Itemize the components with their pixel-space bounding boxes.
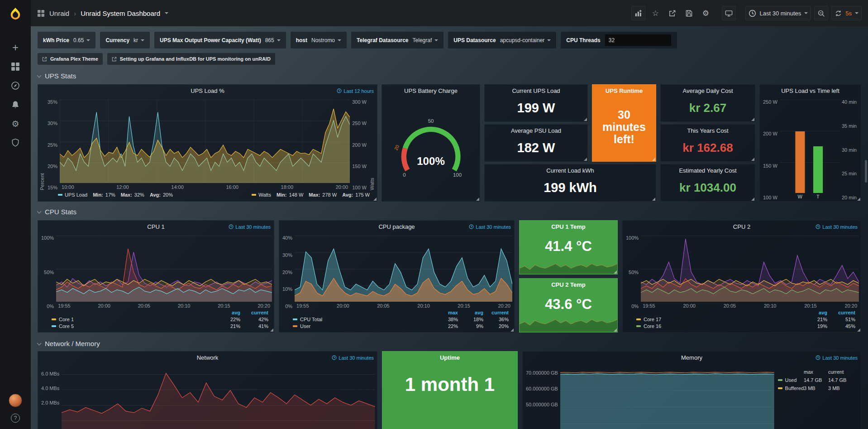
panel-title[interactable]: Current Load kWh [546,167,594,174]
stat-value: 199 W [485,97,587,121]
sidebar-item-explore[interactable] [0,76,31,95]
panel-title[interactable]: Uptime [440,354,460,361]
add-panel-button[interactable] [631,6,645,20]
panel-title[interactable]: CPU package [378,223,415,230]
bell-icon [11,100,20,109]
scrollbar-thumb[interactable] [865,160,867,183]
panel-title[interactable]: This Years Cost [687,127,728,134]
series-name[interactable]: CPU Total [293,317,433,322]
clock-icon [337,88,342,93]
panel-memory: Memory Last 30 minutes 70.000000 GB60.00… [522,351,861,429]
row-header-cpu-stats[interactable]: CPU Stats [38,208,861,216]
panel-title[interactable]: CPU 2 Temp [551,281,586,288]
row-header-ups-stats[interactable]: UPS Stats [38,72,861,80]
legend-column-header[interactable]: current [483,310,509,315]
panel-title[interactable]: Estimated Yearly Cost [679,167,736,174]
series-name[interactable]: Core 17 [636,317,799,322]
panel-title[interactable]: Network [197,354,219,361]
series-name[interactable]: User [293,323,433,329]
user-avatar[interactable] [9,394,22,407]
link-grafana-plex-theme[interactable]: Grafana Plex Theme [38,53,103,65]
axis-tick: 19:55 [643,303,655,309]
variable-value-dropdown[interactable]: 865 [265,37,281,43]
save-dashboard-button[interactable] [682,6,696,20]
create-button[interactable]: + [0,38,31,57]
legend-column-header[interactable]: current [240,310,268,315]
dashboard-settings-button[interactable]: ⚙ [699,6,712,20]
series-name[interactable]: Buffered [778,386,804,391]
axis-tick: 0% [626,304,639,309]
star-dashboard-button[interactable]: ☆ [649,6,662,20]
legend-column-header[interactable]: max [804,369,828,375]
series-swatch [636,318,641,320]
panel-title[interactable]: CPU 1 [147,223,164,230]
refresh-picker[interactable]: 5s [831,6,862,20]
panel-title[interactable]: Average Daily Cost [682,87,733,94]
link-ups-monitoring-guide[interactable]: Setting up Grafana and InfluxDB for UPS … [107,53,275,65]
stat-value: 41.4 °C [520,233,617,274]
axis-tick: 12:00 [116,184,129,190]
legend-column-header[interactable]: current [827,310,855,315]
panel-title[interactable]: Memory [681,354,702,361]
series-name[interactable]: Core 5 [52,323,212,329]
series-name[interactable]: Core 1 [52,317,212,322]
axis-tick: 20:00 [336,184,348,190]
axis-tick: 19:55 [58,303,71,309]
axis-tick: 70.000000 GB [526,371,558,376]
legend-key: Avg: [150,192,161,198]
panel-title[interactable]: Current UPS Load [512,87,560,94]
zoom-out-icon [817,10,825,17]
series-name[interactable]: UPS Load [65,192,87,198]
axis-tick: T [816,194,820,199]
panel-title[interactable]: UPS Runtime [606,87,643,94]
sidebar-item-server-admin[interactable] [0,133,31,152]
time-range-picker[interactable]: Last 30 minutes [745,6,811,20]
variable-value-dropdown[interactable]: Telegraf [413,37,439,43]
variable-value-dropdown[interactable]: apcupsd-container [500,37,551,43]
dashboard-links: Grafana Plex Theme Setting up Grafana an… [38,53,861,65]
cycle-view-button[interactable] [722,6,736,20]
panel-title[interactable]: UPS Load vs Time left [781,87,839,94]
axis-tick: 20:05 [377,303,390,309]
panel-title[interactable]: UPS Battery Charge [404,87,458,94]
variable-value-dropdown[interactable]: Nostromo [311,37,341,43]
panel-title[interactable]: CPU 1 Temp [551,223,586,230]
axis-tick: 30% [48,121,57,126]
axis-tick: 30% [282,253,292,258]
y-axis-left: 6.0 MBs4.0 MBs2.0 MBs [39,366,62,429]
variable-value-dropdown[interactable]: kr [134,37,144,43]
legend-value: 41% [240,323,268,329]
series-name[interactable]: Used [778,377,804,383]
sidebar-item-alerting[interactable] [0,95,31,114]
grafana-logo[interactable] [0,5,31,23]
dashboard-title[interactable]: Unraid System Dashboard [81,10,160,17]
legend-column-header[interactable]: avg [212,310,240,315]
zoom-out-button[interactable] [814,6,828,20]
variable-value-dropdown[interactable]: 0.65 [73,37,90,43]
battery-gauge: 100% 0 20 50 100 [382,97,480,201]
series-name[interactable]: Core 16 [636,323,799,329]
row-header-network-memory[interactable]: Network / Memory [38,340,861,347]
sidebar-item-configuration[interactable]: ⚙ [0,114,31,133]
breadcrumb-separator: › [74,10,76,17]
breadcrumb-folder[interactable]: Unraid [49,10,69,17]
y-axis-left: 100%50%0% [624,236,641,309]
series-name[interactable]: Watts [258,192,271,198]
share-icon [668,10,676,17]
sidebar-item-dashboards[interactable] [0,57,31,76]
legend-column-header[interactable]: avg [799,310,827,315]
help-button[interactable]: ? [11,414,20,423]
panel-title[interactable]: UPS Load % [191,87,224,94]
legend-column-header[interactable]: current [828,369,853,375]
ups-load-chart [60,100,350,183]
panel-title[interactable]: CPU 2 [733,223,750,230]
share-dashboard-button[interactable] [665,6,679,20]
cpu-threads-input[interactable] [605,34,672,46]
legend-column-header[interactable]: max [433,310,458,315]
panel-title[interactable]: Average PSU Load [511,127,561,134]
axis-tick: 40% [282,236,292,241]
axis-tick: 100 W [352,185,367,190]
cpu1-chart [56,236,272,302]
monitor-icon [725,10,733,17]
legend-column-header[interactable]: avg [458,310,483,315]
